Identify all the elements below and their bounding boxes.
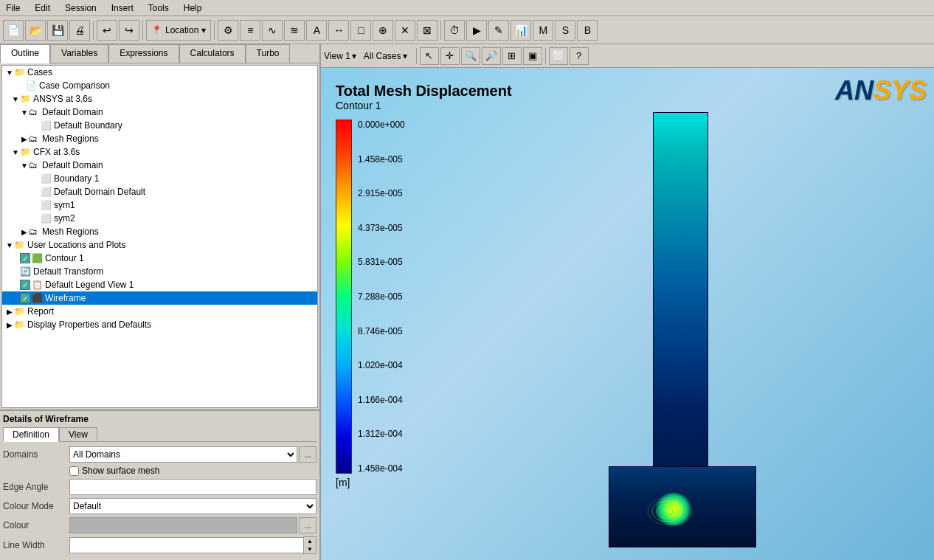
wf-icon: ⬛	[32, 293, 44, 303]
details-tab-definition[interactable]: Definition	[3, 427, 59, 442]
save-btn[interactable]: 💾	[47, 20, 68, 41]
da-arrow: ▼	[20, 108, 29, 117]
tb-btn6[interactable]: ↔	[328, 20, 349, 41]
line-width-input[interactable]: 1	[69, 537, 303, 553]
tree-sym2[interactable]: ⬜ sym2	[2, 212, 317, 225]
tree-domain-cfx[interactable]: ▼ 🗂 Default Domain	[2, 159, 317, 172]
cb-val-4: 8.746e-005	[358, 326, 405, 336]
tree-legend[interactable]: ✓ 📋 Default Legend View 1	[2, 278, 317, 291]
tree-report[interactable]: ▶ 📁 Report	[2, 305, 317, 318]
tb-btn1[interactable]: ⚙	[218, 20, 238, 41]
colour-mode-select-wrapper: Default	[69, 498, 316, 514]
undo-btn[interactable]: ↩	[97, 20, 117, 41]
tb-btn11[interactable]: ⏱	[444, 20, 465, 41]
sep3	[214, 21, 215, 40]
wireframe-checkbox[interactable]: ✓	[20, 293, 30, 303]
vp-zoom-fit-btn[interactable]: ⊞	[502, 47, 522, 65]
line-width-down[interactable]: ▼	[304, 545, 316, 553]
tree-boundary1[interactable]: ⬜ Boundary 1	[2, 172, 317, 185]
cases-folder-icon: 📁	[14, 67, 26, 77]
tb-btn16[interactable]: S	[555, 20, 575, 41]
location-button[interactable]: 📍 Location ▾	[146, 20, 211, 41]
menu-file[interactable]: File	[3, 3, 23, 13]
ansys-arrow: ▼	[11, 95, 20, 103]
tb-btn4[interactable]: ≋	[284, 20, 305, 41]
domains-more-btn[interactable]: ...	[299, 446, 316, 463]
tb-btn2[interactable]: ≡	[240, 20, 260, 41]
vp-pan-btn[interactable]: ✛	[440, 47, 460, 65]
colorbar-gradient	[336, 120, 352, 474]
svg-point-3	[648, 498, 686, 525]
tree-wireframe[interactable]: ✓ ⬛ Wireframe	[2, 291, 317, 305]
domains-select[interactable]: All Domains	[69, 446, 297, 463]
tree-transform[interactable]: 🔄 Default Transform	[2, 265, 317, 278]
vp-frame-btn[interactable]: ⬜	[549, 47, 568, 65]
cfx-arrow: ▼	[11, 148, 20, 156]
show-surface-mesh-checkbox[interactable]	[69, 466, 79, 476]
cases-label: Cases	[27, 67, 52, 77]
menu-edit[interactable]: Edit	[32, 3, 53, 13]
tree-default-boundary[interactable]: ⬜ Default Boundary	[2, 119, 317, 132]
tree-contour1[interactable]: ✓ 🟩 Contour 1	[2, 252, 317, 265]
contour1-checkbox[interactable]: ✓	[20, 253, 30, 263]
tb-btn17[interactable]: B	[577, 20, 598, 41]
menu-session[interactable]: Session	[62, 3, 100, 13]
tb-btn14[interactable]: 📊	[511, 20, 531, 41]
menu-help[interactable]: Help	[181, 3, 205, 13]
tb-btn9[interactable]: ✕	[395, 20, 415, 41]
tree-mesh-ansys[interactable]: ▶ 🗂 Mesh Regions	[2, 132, 317, 145]
tb-btn8[interactable]: ⊕	[373, 20, 393, 41]
tab-expressions[interactable]: Expressions	[108, 44, 179, 63]
line-width-up[interactable]: ▲	[304, 537, 316, 545]
tb-btn12[interactable]: ▶	[466, 20, 487, 41]
menu-tools[interactable]: Tools	[145, 3, 172, 13]
tb-btn7[interactable]: □	[350, 20, 371, 41]
vp-sep2	[545, 48, 546, 64]
cases-arrow: ▾	[403, 51, 407, 61]
location-icon: 📍	[151, 25, 162, 35]
tree-mesh-cfx[interactable]: ▶ 🗂 Mesh Regions	[2, 225, 317, 238]
tree-domain-ansys[interactable]: ▼ 🗂 Default Domain	[2, 106, 317, 119]
tb-btn3[interactable]: ∿	[262, 20, 283, 41]
tab-calculators[interactable]: Calculators	[179, 44, 246, 63]
ansys-text1: AN	[835, 75, 874, 106]
vp-zoom-out-btn[interactable]: 🔎	[482, 47, 501, 65]
dt-icon: 🔄	[20, 266, 32, 277]
tree-domain-default[interactable]: ⬜ Default Domain Default	[2, 185, 317, 198]
tree-case-comparison[interactable]: 📄 Case Comparison	[2, 79, 317, 92]
chart-subtitle: Contour 1	[336, 100, 512, 111]
colour-mode-select[interactable]: Default	[69, 498, 316, 514]
tree-cfx[interactable]: ▼ 📁 CFX at 3.6s	[2, 145, 317, 159]
redo-btn[interactable]: ↪	[119, 20, 139, 41]
svg-point-0	[661, 507, 673, 516]
tab-variables[interactable]: Variables	[50, 44, 108, 63]
print-btn[interactable]: 🖨	[69, 20, 90, 41]
tree-sym1[interactable]: ⬜ sym1	[2, 198, 317, 212]
tab-turbo[interactable]: Turbo	[246, 44, 291, 63]
vp-select-btn[interactable]: ▣	[523, 47, 542, 65]
vp-zoom-in-btn[interactable]: 🔍	[461, 47, 480, 65]
main-layout: Outline Variables Expressions Calculator…	[0, 44, 934, 560]
tb-btn15[interactable]: M	[533, 20, 553, 41]
tree-user-locations[interactable]: ▼ 📁 User Locations and Plots	[2, 238, 317, 252]
tb-btn5[interactable]: A	[306, 20, 327, 41]
cb-val-5: 7.288e-005	[358, 291, 405, 302]
rp-folder-icon: 📁	[14, 306, 26, 317]
legend-checkbox[interactable]: ✓	[20, 280, 30, 290]
tree-cases[interactable]: ▼ 📁 Cases	[2, 66, 317, 79]
details-tab-view[interactable]: View	[59, 427, 97, 441]
edge-angle-input[interactable]: 30 [degree]	[69, 479, 316, 495]
menu-insert[interactable]: Insert	[108, 3, 136, 13]
tree-ansys[interactable]: ▼ 📁 ANSYS at 3.6s	[2, 92, 317, 106]
new-btn[interactable]: 📄	[3, 20, 24, 41]
tb-btn13[interactable]: ✎	[488, 20, 509, 41]
vp-cursor-btn[interactable]: ↖	[420, 47, 439, 65]
vp-help-btn[interactable]: ?	[570, 47, 589, 65]
open-btn[interactable]: 📂	[25, 20, 46, 41]
tree-display-props[interactable]: ▶ 📁 Display Properties and Defaults	[2, 318, 317, 331]
tab-outline[interactable]: Outline	[0, 44, 50, 63]
colour-more-btn[interactable]: ...	[299, 517, 316, 533]
cases-select: All Cases ▾	[364, 51, 407, 61]
colour-value-wrapper: ...	[69, 517, 316, 533]
tb-btn10[interactable]: ⊠	[417, 20, 437, 41]
